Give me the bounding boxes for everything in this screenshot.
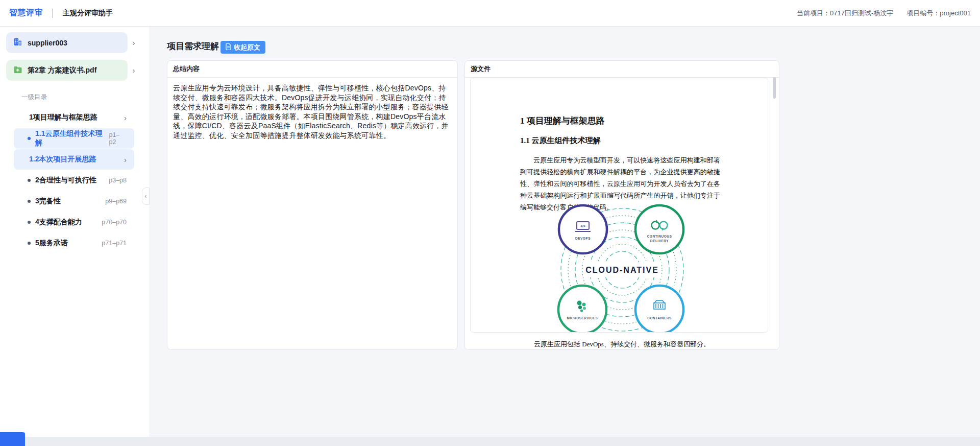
bullet-icon <box>28 179 31 182</box>
collapse-source-button[interactable]: 收起原文 <box>220 41 265 54</box>
sidebar-toc: 1项目理解与框架思路 1.1云原生组件技术理解 p1–p2 1.2本次项目开展思… <box>14 107 134 254</box>
document-icon <box>226 43 231 52</box>
sidebar-item-label: 2合理性与可执行性 <box>35 176 96 185</box>
sidebar-item-label: 3完备性 <box>35 197 61 206</box>
sidebar: supplier003 第2章 方案建议书.pdf 一级目录 1项目理解与框架思… <box>0 27 149 437</box>
sidebar-item-chapter5[interactable]: 5服务承诺 p71–p71 <box>14 233 134 253</box>
cloud-native-label: CLOUD-NATIVE <box>585 266 659 274</box>
topbar-project-info: 当前项目：0717回归测试-杨汶宇 项目编号：project001 <box>797 9 971 18</box>
svg-text:CONTINUOUS: CONTINUOUS <box>647 234 672 238</box>
bullet-icon <box>28 137 31 140</box>
sidebar-item-chapter3[interactable]: 3完备性 p9–p69 <box>14 191 134 212</box>
sidebar-item-1-2[interactable]: 1.2本次项目开展思路 <box>14 149 134 170</box>
sidebar-item-chapter1[interactable]: 1项目理解与框架思路 <box>14 107 134 128</box>
current-project: 当前项目：0717回归测试-杨汶宇 <box>797 9 893 18</box>
collapse-source-label: 收起原文 <box>234 43 260 52</box>
sidebar-collapse-handle[interactable] <box>142 187 150 205</box>
source-panel-header: 源文件 <box>465 61 779 78</box>
project-code-value: project001 <box>940 9 971 17</box>
source-panel: 源文件 1 项目理解与框架思路 1.1 云原生组件技术理解 云原生应用专为云模型… <box>464 60 779 350</box>
document-card[interactable]: 第2章 方案建议书.pdf <box>6 60 128 81</box>
project-code: 项目编号：project001 <box>906 9 971 18</box>
sidebar-item-1-1[interactable]: 1.1云原生组件技术理解 p1–p2 <box>14 128 134 149</box>
page-title: 项目需求理解 <box>167 40 219 52</box>
chevron-right-icon <box>124 155 127 164</box>
source-scrollbar[interactable] <box>773 77 776 99</box>
current-project-value: 0717回归测试-杨汶宇 <box>830 9 893 17</box>
chevron-right-icon[interactable] <box>130 32 137 53</box>
document-name: 第2章 方案建议书.pdf <box>28 66 96 75</box>
pdf-figure-caption: 云原生应用包括 DevOps、持续交付、微服务和容器四部分。 <box>465 340 779 349</box>
page-range: p1–p2 <box>109 131 127 146</box>
svg-text:MICROSERVICES: MICROSERVICES <box>567 316 598 320</box>
page-range: p9–p69 <box>105 198 127 205</box>
folder-plus-icon <box>13 65 22 76</box>
summary-panel-header: 总结内容 <box>167 61 457 78</box>
toc-section-label: 一级目录 <box>21 93 47 102</box>
pdf-heading-1: 1 项目理解与框架思路 <box>520 115 605 127</box>
page-range: p3–p8 <box>109 177 127 184</box>
page-range: p71–p71 <box>102 240 127 247</box>
sidebar-item-label: 5服务承诺 <box>35 239 68 248</box>
supplier-card[interactable]: supplier003 <box>6 32 128 53</box>
chevron-right-icon[interactable] <box>130 60 137 81</box>
app-title: 主观分评审助手 <box>63 9 113 18</box>
supplier-name: supplier003 <box>28 39 67 47</box>
svg-text:DEVOPS: DEVOPS <box>575 237 591 240</box>
cloud-native-diagram: CLOUD-NATIVE </> DEVOPS <box>543 203 701 333</box>
sidebar-item-label: 4支撑配合能力 <box>35 218 82 227</box>
chevron-right-icon <box>124 113 127 122</box>
floating-corner-widget[interactable] <box>0 432 25 446</box>
brand-logo[interactable]: 智慧评审 <box>9 8 43 18</box>
bullet-icon <box>28 221 31 224</box>
sidebar-item-label: 1.2本次项目开展思路 <box>29 155 96 164</box>
source-document-viewer[interactable]: 1 项目理解与框架思路 1.1 云原生组件技术理解 云原生应用专为云模型而开发，… <box>465 78 779 350</box>
svg-text:DELIVERY: DELIVERY <box>650 239 669 243</box>
svg-text:CONTAINERS: CONTAINERS <box>647 316 672 320</box>
project-code-label: 项目编号： <box>906 9 940 17</box>
bullet-icon <box>28 200 31 203</box>
pdf-page: 1 项目理解与框架思路 1.1 云原生组件技术理解 云原生应用专为云模型而开发，… <box>470 78 768 333</box>
svg-text:</>: </> <box>580 224 585 228</box>
sidebar-item-label: 1.1云原生组件技术理解 <box>35 129 109 148</box>
sidebar-item-chapter4[interactable]: 4支撑配合能力 p70–p70 <box>14 212 134 232</box>
microservices-node: MICROSERVICES <box>558 286 606 333</box>
topbar: 智慧评审 主观分评审助手 当前项目：0717回归测试-杨汶宇 项目编号：proj… <box>0 0 980 27</box>
sidebar-item-label: 1项目理解与框架思路 <box>29 113 97 122</box>
pdf-heading-1-1: 1.1 云原生组件技术理解 <box>520 136 601 146</box>
continuous-delivery-node: CONTINUOUS DELIVERY <box>635 205 683 253</box>
bullet-icon <box>28 242 31 245</box>
bottom-strip <box>0 437 980 446</box>
sidebar-item-chapter2[interactable]: 2合理性与可执行性 p3–p8 <box>14 170 134 191</box>
building-icon <box>13 37 22 48</box>
main-content: 项目需求理解 收起原文 总结内容 云原生应用专为云环境设计，具备高敏捷性、弹性与… <box>149 27 980 437</box>
summary-text[interactable]: 云原生应用专为云环境设计，具备高敏捷性、弹性与可移植性，核心包括DevOps、持… <box>167 78 457 146</box>
current-project-label: 当前项目： <box>797 9 830 17</box>
devops-node: </> DEVOPS <box>559 205 607 253</box>
page-range: p70–p70 <box>102 219 127 226</box>
summary-panel: 总结内容 云原生应用专为云环境设计，具备高敏捷性、弹性与可移植性，核心包括Dev… <box>167 60 458 350</box>
topbar-divider <box>53 9 53 18</box>
containers-node: CONTAINERS <box>635 286 683 333</box>
